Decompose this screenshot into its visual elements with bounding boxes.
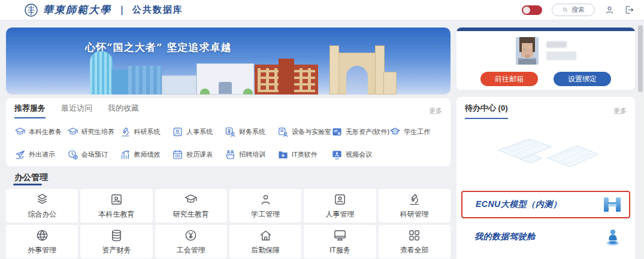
services-more-link[interactable]: 更多: [429, 106, 442, 115]
service-item[interactable]: 教师绩效: [120, 147, 173, 162]
service-label: 校历课表: [186, 150, 213, 159]
office-icon: [333, 228, 347, 242]
office-icon: [259, 193, 273, 206]
service-item[interactable]: 学生工作: [389, 124, 442, 139]
service-icon: [331, 126, 343, 138]
office-item[interactable]: 查看全部: [379, 225, 451, 258]
search-label: 搜索: [572, 5, 585, 14]
data-cockpit-entry[interactable]: 我的数据驾驶舱: [461, 224, 630, 249]
university-name: 華東師範大學: [43, 3, 111, 17]
service-label: 视频会议: [346, 150, 372, 159]
mailbox-button[interactable]: 前往邮箱: [480, 72, 538, 86]
toggle-knob: [523, 7, 530, 14]
service-label: IT类软件: [292, 150, 318, 159]
todo-more-link[interactable]: 更多: [613, 106, 627, 115]
scrollbar-track[interactable]: [638, 23, 643, 259]
office-item[interactable]: 工会管理: [155, 225, 227, 258]
service-item[interactable]: 本科生教务: [14, 124, 67, 139]
service-icon: [172, 126, 183, 138]
office-title-underline: [13, 184, 42, 185]
university-seal-logo: [24, 3, 38, 17]
profile-card-topbar: [456, 28, 635, 31]
banner-bush: [200, 89, 210, 95]
office-item[interactable]: 学工管理: [229, 189, 301, 223]
service-item[interactable]: 视频会议: [331, 147, 389, 162]
service-item[interactable]: 财务系统: [225, 124, 277, 139]
office-icon: [407, 228, 421, 242]
top-header: 華東師範大學 ｜ 公共数据库 搜索: [0, 0, 644, 20]
office-icon: [333, 193, 347, 206]
office-label: 查看全部: [400, 245, 429, 255]
service-tab[interactable]: 最近访问: [61, 103, 92, 118]
service-item[interactable]: 设备与实验室: [277, 124, 331, 139]
banner-building-red-tower: [279, 59, 294, 95]
banner-gate-wing: [383, 72, 397, 95]
banner-building-annex: [111, 69, 128, 95]
banner-building-tower: [90, 51, 113, 95]
service-label: 教师绩效: [134, 150, 161, 159]
service-icon: [225, 149, 236, 160]
user-icon[interactable]: [604, 5, 615, 15]
scrollbar-thumb[interactable]: [638, 25, 643, 92]
office-icon: [110, 193, 123, 206]
service-item[interactable]: 科研系统: [120, 124, 173, 139]
services-tabs: 推荐服务最近访问我的收藏: [14, 103, 155, 118]
office-label: 外事管理: [28, 245, 56, 255]
service-item[interactable]: 外出请示: [14, 147, 67, 162]
service-label: 无形资产(软件): [346, 127, 389, 136]
office-item[interactable]: 后勤保障: [229, 225, 301, 258]
app-title: 公共数据库: [132, 4, 183, 16]
service-label: 研究生培养: [81, 127, 114, 136]
banner-school-gate: [329, 45, 385, 95]
service-item[interactable]: 招聘培训: [225, 147, 277, 162]
theme-toggle[interactable]: [522, 5, 542, 15]
banner-building-glass: [128, 66, 162, 95]
office-item[interactable]: 本科生教育: [80, 189, 152, 223]
service-icon: [14, 149, 26, 160]
logout-icon[interactable]: [624, 5, 634, 15]
office-item[interactable]: 人事管理: [304, 189, 376, 223]
office-item[interactable]: 研究生教育: [155, 189, 227, 223]
service-label: 外出请示: [29, 150, 55, 159]
service-label: 人事系统: [186, 127, 213, 136]
office-icon: [259, 228, 273, 242]
office-item[interactable]: 资产财务: [80, 225, 152, 258]
service-icon: [120, 149, 131, 160]
office-section-title: 办公管理: [14, 172, 48, 183]
service-label: 科研系统: [134, 127, 161, 136]
avatar: [515, 37, 539, 65]
todo-title: 待办中心 (0): [465, 103, 508, 119]
office-item[interactable]: 科研管理: [379, 189, 451, 223]
service-label: 本科生教务: [29, 127, 62, 136]
office-item[interactable]: 外事管理: [6, 225, 78, 258]
search-button[interactable]: 搜索: [552, 4, 595, 16]
service-tab[interactable]: 我的收藏: [108, 103, 139, 118]
service-item[interactable]: 人事系统: [172, 124, 225, 139]
brand-divider: ｜: [117, 4, 126, 16]
service-item[interactable]: 无形资产(软件): [331, 124, 389, 139]
brand: 華東師範大學 ｜ 公共数据库: [24, 3, 183, 17]
bridge-3d-icon: [603, 196, 622, 214]
ecnu-llm-entry[interactable]: ECNU大模型（内测）: [461, 191, 630, 218]
office-label: 本科生教育: [98, 209, 134, 220]
services-grid: 本科生教务 研究生培养 科研系统 人事系统 财务系统 设备与实验室 无形资产(软…: [14, 124, 442, 162]
service-label: 招聘培训: [239, 150, 265, 159]
ecnu-llm-label: ECNU大模型（内测）: [476, 199, 561, 210]
office-label: 工会管理: [177, 245, 205, 255]
service-item[interactable]: 会场预订: [67, 147, 120, 162]
office-item[interactable]: 综合办公: [6, 189, 78, 223]
service-item[interactable]: 校历课表: [172, 147, 225, 162]
service-label: 设备与实验室: [292, 127, 331, 136]
service-icon: [331, 149, 343, 160]
service-icon: [67, 126, 78, 138]
service-item[interactable]: IT类软件: [277, 147, 331, 162]
service-tab[interactable]: 推荐服务: [14, 103, 46, 118]
binding-button[interactable]: 设置绑定: [554, 72, 611, 86]
office-label: 后勤保障: [251, 245, 280, 255]
campus-banner: 心怀“国之大者” 坚定追求卓越: [6, 28, 451, 95]
service-icon: [277, 126, 289, 138]
service-item[interactable]: 研究生培养: [67, 124, 120, 139]
office-item[interactable]: IT服务: [304, 225, 376, 258]
service-icon: [225, 126, 236, 138]
office-label: 学工管理: [251, 209, 280, 220]
